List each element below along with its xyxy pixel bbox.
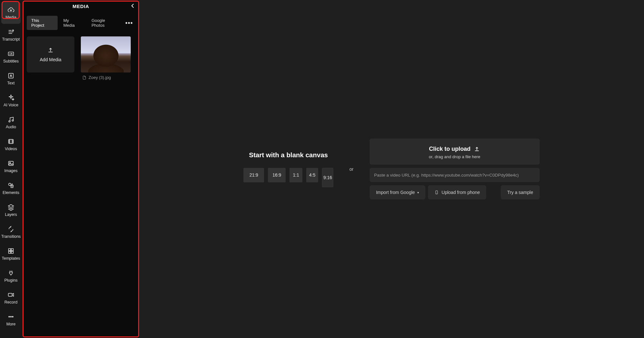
camera-icon bbox=[7, 291, 14, 298]
tab-this-project[interactable]: This Project bbox=[27, 16, 58, 30]
image-icon bbox=[7, 160, 14, 167]
rail-label: Elements bbox=[3, 190, 19, 195]
collapse-panel-button[interactable] bbox=[130, 3, 136, 9]
blank-canvas-title: Start with a blank canvas bbox=[249, 151, 328, 159]
media-options-button[interactable]: ••• bbox=[125, 19, 135, 27]
upload-title: Click to upload bbox=[429, 146, 470, 152]
rail-label: Audio bbox=[6, 125, 16, 129]
ratio-16-9[interactable]: 16:9 bbox=[268, 168, 286, 182]
svg-rect-11 bbox=[11, 248, 13, 250]
svg-rect-6 bbox=[9, 161, 14, 165]
rail-item-ai-voice[interactable]: AI Voice bbox=[1, 90, 21, 111]
divider-or: or bbox=[349, 167, 353, 172]
svg-point-17 bbox=[12, 316, 13, 317]
rail-item-transcript[interactable]: Transcript bbox=[1, 24, 21, 46]
more-horizontal-icon bbox=[7, 313, 14, 320]
upload-icon bbox=[474, 146, 480, 152]
more-horizontal-icon: ••• bbox=[125, 19, 133, 26]
media-grid: Add Media Zoey (3).jpg bbox=[24, 30, 138, 86]
rail-label: Transcript bbox=[2, 37, 20, 42]
upload-subtitle: or, drag and drop a file here bbox=[429, 154, 480, 159]
media-panel-title: MEDIA bbox=[72, 4, 89, 9]
music-note-icon bbox=[7, 116, 14, 123]
svg-point-4 bbox=[12, 120, 14, 121]
rail-item-videos[interactable]: Videos bbox=[1, 133, 21, 155]
svg-rect-14 bbox=[8, 293, 12, 296]
rail-item-elements[interactable]: Elements bbox=[1, 177, 21, 199]
phone-icon bbox=[434, 190, 439, 195]
rail-label: More bbox=[6, 322, 15, 326]
svg-point-16 bbox=[11, 316, 12, 317]
rail-item-audio[interactable]: Audio bbox=[1, 111, 21, 133]
rail-label: Videos bbox=[5, 147, 17, 151]
button-label: Upload from phone bbox=[441, 190, 480, 195]
rail-label: Subtitles bbox=[3, 59, 19, 63]
svg-rect-9 bbox=[11, 186, 13, 188]
transitions-icon bbox=[7, 226, 14, 233]
rail-item-plugins[interactable]: Plugins bbox=[1, 265, 21, 287]
subtitles-icon bbox=[7, 50, 14, 57]
upload-dropzone[interactable]: Click to upload or, drag and drop a file… bbox=[370, 139, 540, 165]
svg-rect-13 bbox=[11, 251, 13, 253]
svg-rect-1 bbox=[8, 52, 14, 55]
svg-rect-12 bbox=[9, 251, 11, 253]
rail-label: Text bbox=[7, 81, 15, 85]
cloud-upload-icon bbox=[7, 6, 14, 14]
rail-item-templates[interactable]: Templates bbox=[1, 243, 21, 265]
svg-rect-10 bbox=[9, 248, 11, 250]
rail-label: Templates bbox=[2, 256, 20, 261]
rail-item-subtitles[interactable]: Subtitles bbox=[1, 46, 21, 68]
tab-google-photos[interactable]: Google Photos bbox=[87, 16, 123, 30]
film-icon bbox=[7, 138, 14, 145]
import-google-button[interactable]: Import from Google ▾ bbox=[370, 185, 426, 199]
button-label: Import from Google bbox=[376, 190, 415, 195]
sparkle-icon bbox=[7, 94, 14, 101]
media-tabs: This Project My Media Google Photos bbox=[27, 16, 123, 30]
svg-point-8 bbox=[9, 183, 11, 185]
ratio-9-16[interactable]: 9:16 bbox=[322, 168, 333, 187]
try-sample-button[interactable]: Try a sample bbox=[501, 185, 539, 199]
rail-label: AI Voice bbox=[4, 103, 18, 107]
rail-label: Layers bbox=[5, 212, 17, 217]
canvas-area: Start with a blank canvas 21:9 16:9 1:1 … bbox=[139, 0, 644, 338]
left-rail: Media Transcript Subtitles Text AI Voice… bbox=[0, 0, 22, 338]
media-panel: MEDIA This Project My Media Google Photo… bbox=[23, 1, 139, 337]
ratio-1-1[interactable]: 1:1 bbox=[289, 168, 302, 182]
tab-my-media[interactable]: My Media bbox=[59, 16, 86, 30]
chevron-left-icon bbox=[130, 3, 136, 9]
svg-point-3 bbox=[9, 121, 10, 122]
add-media-button[interactable]: Add Media bbox=[27, 36, 74, 72]
svg-rect-5 bbox=[9, 139, 14, 143]
add-media-label: Add Media bbox=[40, 57, 62, 62]
media-item[interactable]: Zoey (3).jpg bbox=[81, 36, 131, 80]
media-filename: Zoey (3).jpg bbox=[89, 75, 111, 80]
transcript-icon bbox=[7, 28, 14, 35]
rail-item-images[interactable]: Images bbox=[1, 155, 21, 177]
rail-item-record[interactable]: Record bbox=[1, 287, 21, 309]
ratio-4-5[interactable]: 4:5 bbox=[306, 168, 318, 182]
aspect-ratio-group: 21:9 16:9 1:1 4:5 9:16 bbox=[243, 168, 333, 187]
media-thumbnail bbox=[81, 36, 131, 72]
upload-icon bbox=[47, 47, 54, 54]
media-filename-row: Zoey (3).jpg bbox=[81, 75, 131, 80]
rail-item-more[interactable]: More bbox=[1, 309, 21, 331]
rail-label: Plugins bbox=[5, 278, 18, 283]
rail-label: Record bbox=[5, 300, 17, 304]
rail-label: Images bbox=[5, 169, 18, 173]
plug-icon bbox=[7, 269, 14, 276]
upload-phone-button[interactable]: Upload from phone bbox=[428, 185, 486, 199]
chevron-down-icon: ▾ bbox=[417, 191, 419, 194]
rail-item-layers[interactable]: Layers bbox=[1, 199, 21, 221]
file-icon bbox=[82, 75, 87, 80]
svg-point-0 bbox=[13, 30, 14, 31]
rail-label: Media bbox=[5, 15, 16, 20]
svg-point-15 bbox=[9, 316, 10, 317]
rail-item-text[interactable]: Text bbox=[1, 68, 21, 90]
text-icon bbox=[7, 72, 14, 79]
rail-item-media[interactable]: Media bbox=[1, 2, 21, 24]
rail-item-transitions[interactable]: Transitions bbox=[1, 221, 21, 243]
svg-rect-2 bbox=[9, 73, 14, 78]
video-url-input[interactable] bbox=[370, 168, 540, 182]
grid-icon bbox=[7, 247, 14, 255]
ratio-21-9[interactable]: 21:9 bbox=[243, 168, 264, 182]
